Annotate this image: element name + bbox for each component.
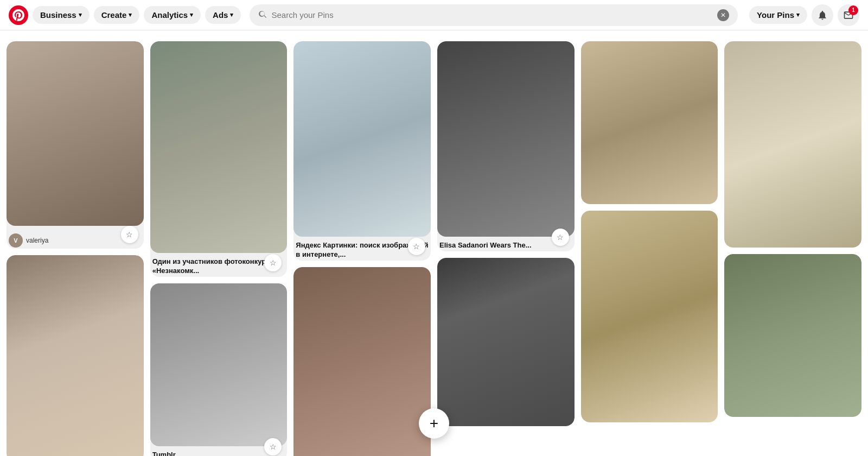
create-chevron-icon: ▾ — [129, 11, 132, 18]
alerts-button[interactable]: 1 — [838, 4, 859, 26]
add-fab-button[interactable]: + — [419, 408, 449, 439]
pin-star-button[interactable]: ☆ — [264, 438, 282, 455]
pin-card[interactable]: Save☆Tumblr — [150, 283, 288, 456]
analytics-chevron-icon: ▾ — [190, 11, 193, 18]
ads-label: Ads — [213, 10, 228, 20]
search-bar: ✕ — [250, 4, 738, 26]
pin-card[interactable]: Save☆AAnna Zhuk — [7, 255, 144, 456]
analytics-label: Analytics — [151, 10, 188, 20]
pin-card[interactable]: Save☆Vvaleriya — [7, 41, 144, 249]
create-button[interactable]: Create ▾ — [94, 6, 140, 24]
pin-card[interactable]: Save☆Яндекс Картинки: поиск изображений … — [293, 41, 431, 261]
search-input[interactable] — [271, 10, 717, 20]
pin-star-button[interactable]: ☆ — [121, 226, 138, 243]
business-label: Business — [40, 10, 76, 20]
analytics-button[interactable]: Analytics ▾ — [144, 6, 201, 24]
business-button[interactable]: Business ▾ — [33, 6, 90, 24]
ads-chevron-icon: ▾ — [230, 11, 233, 18]
pin-card[interactable]: Save — [437, 258, 575, 426]
pin-card[interactable]: Save☆The Perfect Black Leather Pants | F… — [293, 267, 431, 456]
pins-grid: Save☆VvaleriyaSave☆AAnna ZhukSave☆Один и… — [0, 35, 868, 456]
pin-card[interactable]: Save☆Elisa Sadanori Wears The... — [437, 41, 575, 251]
pin-card[interactable]: Save☆Один из участников фотоконкурса «Не… — [150, 41, 288, 277]
pin-star-button[interactable]: ☆ — [264, 254, 282, 271]
pin-card[interactable]: Save — [724, 254, 861, 417]
pin-card[interactable]: Save — [724, 41, 861, 248]
your-pins-label: Your Pins — [757, 10, 794, 20]
ads-button[interactable]: Ads ▾ — [205, 6, 241, 24]
your-pins-chevron-icon: ▾ — [796, 11, 800, 18]
nav-right: Your Pins ▾ 1 — [749, 4, 859, 26]
pin-star-button[interactable]: ☆ — [408, 238, 425, 255]
notifications-button[interactable] — [812, 4, 833, 26]
main-content: Save☆VvaleriyaSave☆AAnna ZhukSave☆Один и… — [0, 0, 868, 456]
pin-card[interactable]: Save — [581, 211, 718, 422]
search-icon — [258, 10, 267, 21]
your-pins-button[interactable]: Your Pins ▾ — [749, 6, 807, 24]
pin-card[interactable]: Save — [581, 41, 718, 204]
business-chevron-icon: ▾ — [79, 11, 82, 18]
pin-star-button[interactable]: ☆ — [552, 229, 569, 246]
create-label: Create — [101, 10, 127, 20]
pinterest-logo[interactable] — [9, 5, 28, 25]
navbar: Business ▾ Create ▾ Analytics ▾ Ads ▾ ✕ … — [0, 0, 868, 30]
alert-badge: 1 — [848, 5, 858, 15]
search-clear-button[interactable]: ✕ — [717, 9, 729, 21]
